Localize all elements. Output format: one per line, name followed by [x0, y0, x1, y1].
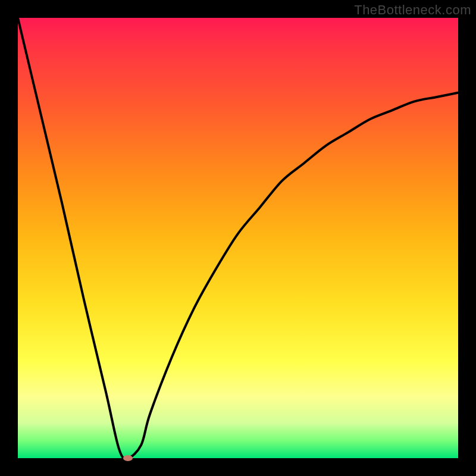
curve-svg [18, 18, 458, 458]
chart-frame: TheBottleneck.com [0, 0, 476, 476]
plot-area [18, 18, 458, 458]
optimal-point-marker [123, 455, 133, 461]
bottleneck-curve-path [18, 18, 458, 458]
attribution-text: TheBottleneck.com [354, 2, 471, 18]
